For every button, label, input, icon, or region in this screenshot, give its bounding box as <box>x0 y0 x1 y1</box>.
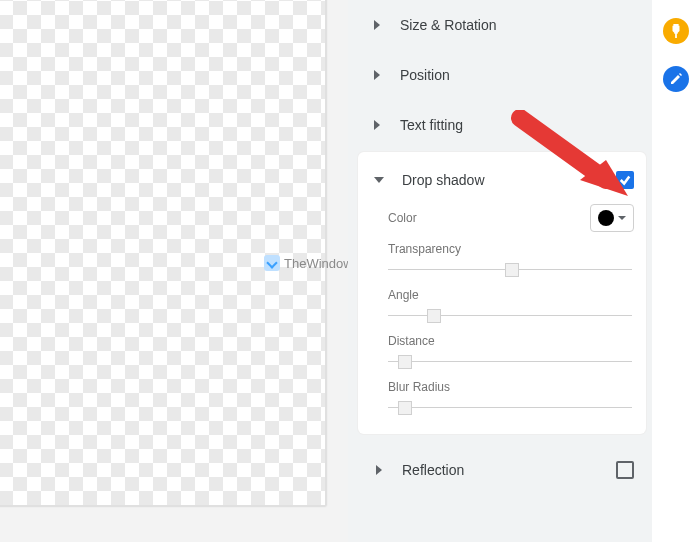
chevron-right-icon <box>368 70 386 80</box>
section-label: Reflection <box>402 462 464 478</box>
chevron-right-icon <box>368 20 386 30</box>
blur-radius-label: Blur Radius <box>388 380 632 394</box>
chevron-right-icon <box>370 465 388 475</box>
transparency-slider[interactable] <box>388 260 632 280</box>
color-swatch <box>598 210 614 226</box>
section-position[interactable]: Position <box>358 50 646 100</box>
section-reflection[interactable]: Reflection <box>358 444 646 496</box>
section-label: Text fitting <box>400 117 463 133</box>
keep-icon[interactable] <box>663 18 689 44</box>
reflection-checkbox[interactable] <box>616 461 634 479</box>
color-picker-button[interactable] <box>590 204 634 232</box>
caret-down-icon <box>618 216 626 220</box>
distance-label: Distance <box>388 334 632 348</box>
distance-slider[interactable] <box>388 352 632 372</box>
drop-shadow-checkbox[interactable] <box>616 171 634 189</box>
section-label: Drop shadow <box>402 172 485 188</box>
color-label: Color <box>388 211 417 225</box>
chevron-down-icon[interactable] <box>370 175 388 185</box>
section-size-rotation[interactable]: Size & Rotation <box>358 0 646 50</box>
blur-radius-slider[interactable] <box>388 398 632 418</box>
edit-icon[interactable] <box>663 66 689 92</box>
section-text-fitting[interactable]: Text fitting <box>358 100 646 150</box>
document-page[interactable] <box>0 0 326 506</box>
section-label: Position <box>400 67 450 83</box>
side-rail <box>652 0 700 542</box>
section-drop-shadow: Drop shadow Color Transparency <box>358 152 646 434</box>
chevron-right-icon <box>368 120 386 130</box>
format-options-panel: Size & Rotation Position Text fitting Dr… <box>348 0 652 542</box>
transparency-label: Transparency <box>388 242 632 256</box>
section-label: Size & Rotation <box>400 17 497 33</box>
angle-slider[interactable] <box>388 306 632 326</box>
canvas-area[interactable]: TheWindowsClub <box>0 0 348 542</box>
angle-label: Angle <box>388 288 632 302</box>
